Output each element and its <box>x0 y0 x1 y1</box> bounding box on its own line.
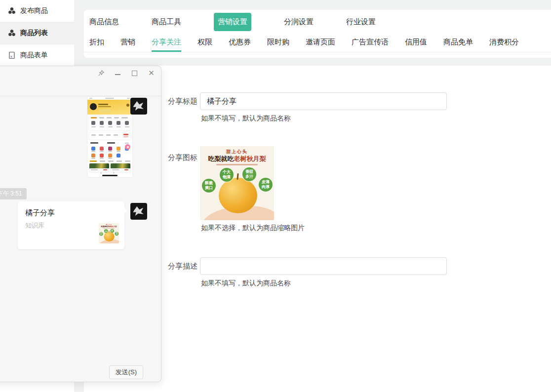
phone-grid-icon <box>91 147 95 151</box>
phone-menu-card <box>89 116 131 130</box>
phone-shortcut-card <box>89 132 131 140</box>
phone-screenshot-message[interactable]: ‹ › <box>87 97 132 177</box>
phone-fab-button <box>125 144 130 150</box>
share-icon-hint: 如果不选择，默认为商品缩略图片 <box>201 224 305 233</box>
chat-timestamp: 下午 3:51 <box>0 188 27 199</box>
tab-marketing-settings[interactable]: 营销设置 <box>214 13 251 31</box>
file-x-icon: x <box>8 51 16 59</box>
secondary-tabs: 折扣 营销 分享关注 权限 优惠券 限时购 邀请页面 广告宣传语 信用值 商品免… <box>84 34 551 52</box>
close-icon[interactable]: ✕ <box>148 69 155 77</box>
promo-subline <box>216 164 258 165</box>
minimize-icon[interactable] <box>114 69 121 77</box>
tab-credit[interactable]: 信用值 <box>405 34 427 52</box>
sidebar-item-label: 商品表单 <box>20 51 48 60</box>
share-icon-label: 分享图标 <box>168 153 197 162</box>
promo-badge: 个大饱满 <box>220 168 234 182</box>
pear-fruit <box>219 178 257 213</box>
promo-image: 甜上心头 吃梨就吃老树秋月梨 个大饱满 香甜多汁 酥脆爽口 皮薄肉厚 <box>200 146 274 220</box>
sidebar-item-product-form[interactable]: x 商品表单 <box>0 44 74 67</box>
primary-tabs: 商品信息 商品工具 营销设置 分润设置 行业设置 <box>84 10 551 34</box>
sidebar-item-product-list[interactable]: 商品列表 <box>0 22 74 44</box>
tab-ad-slogan[interactable]: 广告宣传语 <box>352 34 389 52</box>
tab-flash-sale[interactable]: 限时购 <box>267 34 289 52</box>
promo-badge: 香甜多汁 <box>242 167 256 181</box>
tab-free-order[interactable]: 商品免单 <box>443 34 473 52</box>
tab-coupon[interactable]: 优惠券 <box>229 34 251 52</box>
tab-discount[interactable]: 折扣 <box>89 34 104 52</box>
pin-icon[interactable] <box>97 69 105 77</box>
phone-grid-icon <box>91 154 95 157</box>
share-card-subtitle: 知识库 <box>25 221 44 230</box>
share-desc-label: 分享描述 <box>168 262 197 271</box>
tab-share-follow[interactable]: 分享关注 <box>152 34 181 52</box>
phone-grid-icon <box>108 147 112 151</box>
tab-product-tools[interactable]: 商品工具 <box>152 17 181 27</box>
tab-points[interactable]: 消费积分 <box>489 34 519 52</box>
share-desc-input[interactable] <box>200 257 447 275</box>
share-desc-hint: 如果不填写，默认为商品名称 <box>201 279 291 288</box>
sidebar-item-label: 商品列表 <box>20 29 48 38</box>
share-title-hint: 如果不填写，默认为商品名称 <box>201 114 291 123</box>
chat-window-titlebar[interactable]: ✕ <box>0 66 161 96</box>
share-title-label: 分享标题 <box>168 97 197 106</box>
promo-headline: 吃梨就吃老树秋月梨 <box>200 155 274 163</box>
bubble-tail <box>124 208 127 214</box>
phone-app-header <box>87 100 132 115</box>
maximize-icon[interactable] <box>131 69 138 77</box>
share-icon-image[interactable]: 甜上心头 吃梨就吃老树秋月梨 个大饱满 香甜多汁 酥脆爽口 皮薄肉厚 <box>200 146 274 220</box>
share-card-thumbnail: 甜上心头 吃梨就吃老树秋月梨 个大饱满 香甜多汁 酥脆爽口 皮薄肉厚 <box>99 223 119 243</box>
cubes-icon <box>8 29 16 37</box>
phone-home-indicator <box>102 175 118 176</box>
share-card-title: 橘子分享 <box>25 208 55 218</box>
wechat-chat-window: ✕ <box>0 66 161 382</box>
phone-grid-icon <box>100 147 104 151</box>
cubes-icon <box>8 7 16 15</box>
tab-industry-settings[interactable]: 行业设置 <box>346 17 376 27</box>
promo-badge: 酥脆爽口 <box>202 179 216 193</box>
tab-marketing[interactable]: 营销 <box>120 34 135 52</box>
tabs-panel: 商品信息 商品工具 营销设置 分润设置 行业设置 折扣 营销 分享关注 权限 优… <box>84 10 551 58</box>
window-controls: ✕ <box>97 69 155 77</box>
avatar[interactable] <box>130 203 147 220</box>
phone-user-avatar <box>90 103 97 110</box>
phone-grid-icon <box>108 154 112 157</box>
sidebar-item-publish-product[interactable]: 发布商品 <box>0 0 74 22</box>
share-title-input[interactable] <box>200 92 447 110</box>
phone-grid-icon <box>100 154 104 157</box>
avatar[interactable] <box>130 98 147 115</box>
send-button[interactable]: 发送(S) <box>109 365 143 379</box>
app-screen: 发布商品 商品列表 x 商品表单 商品信息 商品工具 营销设置 分润设置 行业设… <box>0 0 551 392</box>
sidebar-item-label: 发布商品 <box>20 6 48 15</box>
svg-text:x: x <box>10 54 12 59</box>
tab-permission[interactable]: 权限 <box>197 34 212 52</box>
tab-profit-settings[interactable]: 分润设置 <box>284 17 314 27</box>
tab-invite-page[interactable]: 邀请页面 <box>306 34 335 52</box>
tab-product-info[interactable]: 商品信息 <box>89 17 119 27</box>
promo-badge: 皮薄肉厚 <box>259 178 273 192</box>
share-link-card-message[interactable]: 橘子分享 知识库 甜上心头 吃梨就吃老树秋月梨 个大饱满 香甜多汁 酥脆爽口 皮… <box>18 201 124 249</box>
phone-grid-icon <box>117 154 120 157</box>
phone-grid-icon <box>117 147 120 151</box>
